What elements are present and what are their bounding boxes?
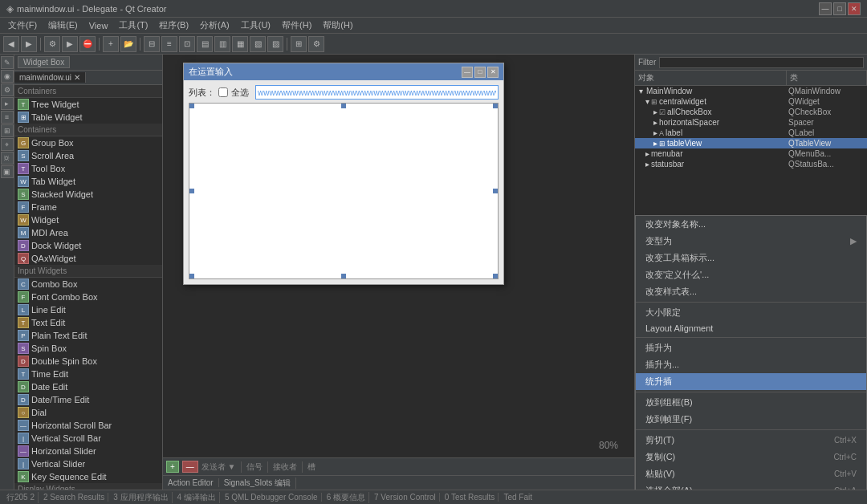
widget-v-slider[interactable]: | Vertical Slider [14, 457, 162, 470]
widget-v-scroll[interactable]: | Vertical Scroll Bar [14, 432, 162, 445]
ctx-into-groupbox[interactable]: 放到组框(B) [636, 394, 866, 411]
dialog-table[interactable] [189, 103, 499, 279]
toolbar-back[interactable]: ◀ [3, 36, 19, 52]
ctx-size-limit[interactable]: 大小限定 [636, 304, 866, 321]
tree-item-allcheckbox[interactable]: ▸ ☑ allCheckBox QCheckBox [635, 107, 867, 117]
toolbar-align-vcenter[interactable]: ▥ [214, 36, 230, 52]
tree-item-tableview[interactable]: ▸ ⊞ tableView QTableView [635, 138, 867, 148]
status-version-control[interactable]: 7 Version Control [371, 493, 440, 502]
toolbar-build[interactable]: ⚙ [44, 36, 60, 52]
widget-tool-box[interactable]: T Tool Box [14, 162, 162, 175]
widget-time-edit[interactable]: T Time Edit [14, 368, 162, 380]
side-icon-3[interactable]: ⚙ [1, 83, 14, 96]
side-icon-6[interactable]: ⊞ [1, 124, 14, 137]
resize-handle-mt[interactable] [341, 104, 346, 108]
status-search[interactable]: 2 Search Results [40, 493, 108, 502]
resize-handle-br[interactable] [493, 274, 498, 278]
menu-view[interactable]: View [84, 19, 113, 32]
dialog-minimize-btn[interactable]: — [462, 67, 473, 78]
side-icon-4[interactable]: ▸ [1, 97, 14, 110]
designer-canvas[interactable]: 在运置输入 — □ ✕ 列表： 全选 [163, 55, 634, 457]
action-editor-tab[interactable]: Action Editor [163, 478, 219, 487]
minimize-button[interactable]: — [819, 2, 832, 15]
toolbar-align-top[interactable]: ▤ [197, 36, 213, 52]
widget-key-seq[interactable]: K Key Sequence Edit [14, 470, 162, 483]
tree-item-statusbar[interactable]: ▸ statusbar QStatusBa... [635, 159, 867, 169]
side-icon-2[interactable]: ◉ [1, 70, 14, 83]
resize-handle-tr[interactable] [493, 104, 498, 108]
resize-handle-bl[interactable] [189, 274, 194, 278]
resize-handle-mb[interactable] [341, 274, 346, 278]
tree-item-hspacer[interactable]: ▸ horizontalSpacer Spacer [635, 117, 867, 128]
widget-h-scroll[interactable]: — Horizontal Scroll Bar [14, 419, 162, 432]
widget-date-edit[interactable]: D Date Edit [14, 380, 162, 393]
menu-help1[interactable]: 帮件(H) [277, 18, 316, 33]
widget-tab-widget[interactable]: W Tab Widget [14, 175, 162, 188]
close-button[interactable]: ✕ [848, 2, 861, 15]
menu-program[interactable]: 程序(B) [154, 18, 193, 33]
resize-handle-tl[interactable] [189, 104, 194, 108]
toolbar-open[interactable]: 📂 [120, 36, 136, 52]
toolbar-align5[interactable]: ▨ [267, 36, 283, 52]
side-icon-1[interactable]: ✎ [1, 56, 14, 69]
menu-tools[interactable]: 工具(T) [114, 18, 153, 33]
widget-dial[interactable]: ○ Dial [14, 406, 162, 419]
ctx-change-style[interactable]: 改变样式表... [636, 283, 866, 300]
toolbar-new[interactable]: + [103, 36, 119, 52]
widget-qaxwidget[interactable]: Q QAxWidget [14, 252, 162, 265]
ctx-into-frame[interactable]: 放到帧里(F) [636, 411, 866, 428]
toolbar-grid[interactable]: ⊞ [291, 36, 307, 52]
widget-stacked-widget[interactable]: S Stacked Widget [14, 188, 162, 201]
ctx-cut[interactable]: 剪切(T) Ctrl+X [636, 432, 866, 449]
menu-help2[interactable]: 帮助(H) [318, 18, 357, 33]
ctx-paste[interactable]: 粘贴(V) Ctrl+V [636, 465, 866, 482]
menu-file[interactable]: 文件(F) [3, 18, 42, 33]
widget-frame[interactable]: F Frame [14, 201, 162, 213]
widget-h-slider[interactable]: — Horizontal Slider [14, 445, 162, 457]
toolbar-align-left[interactable]: ⊟ [144, 36, 160, 52]
toolbar-forward[interactable]: ▶ [21, 36, 37, 52]
ctx-change-toolbox[interactable]: 改变工具箱标示... [636, 250, 866, 266]
all-checkbox[interactable] [218, 87, 228, 97]
side-icon-7[interactable]: ⌖ [1, 138, 14, 151]
ctx-select-all[interactable]: 选择全部(A) Ctrl+A [636, 482, 866, 490]
widget-combo-box[interactable]: C Combo Box [14, 278, 162, 291]
tree-item-menubar[interactable]: ▸ menubar QMenuBa... [635, 148, 867, 159]
remove-connection-btn[interactable]: — [182, 461, 198, 473]
widget-widget[interactable]: W Widget [14, 213, 162, 226]
ctx-promote[interactable]: 插升为 [636, 339, 866, 356]
add-connection-btn[interactable]: + [166, 461, 179, 473]
widget-text-edit[interactable]: T Text Edit [14, 316, 162, 329]
resize-handle-ml[interactable] [189, 189, 194, 193]
ctx-change-type[interactable]: 变型为 ▶ [636, 233, 866, 250]
widget-box-tab[interactable]: Widget Box [18, 56, 70, 68]
ctx-copy[interactable]: 复制(C) Ctrl+C [636, 449, 866, 465]
ctx-change-name[interactable]: 改变对象名称... [636, 216, 866, 233]
status-summary[interactable]: 6 概要信息 [324, 492, 369, 503]
widget-mdi-area[interactable]: M MDI Area [14, 226, 162, 239]
ctx-change-def[interactable]: 改变'定义什么'... [636, 266, 866, 283]
toolbar-align4[interactable]: ▧ [250, 36, 266, 52]
status-test-results[interactable]: 0 Test Results [442, 493, 499, 502]
status-compile[interactable]: 4 编译输出 [174, 492, 220, 503]
tree-item-centralwidget[interactable]: ▾ ⊞ centralwidget QWidget [635, 96, 867, 107]
side-icon-9[interactable]: ▣ [1, 165, 14, 178]
toolbar-run[interactable]: ▶ [62, 36, 78, 52]
toolbar-align-right[interactable]: ⊡ [179, 36, 195, 52]
widget-group-box[interactable]: G Group Box [14, 136, 162, 149]
dialog-input-field[interactable] [255, 85, 499, 100]
widget-font-combo-box[interactable]: F Font Combo Box [14, 291, 162, 303]
widget-datetime-edit[interactable]: D Date/Time Edit [14, 393, 162, 406]
maximize-button[interactable]: □ [833, 2, 846, 15]
ctx-promote-to[interactable]: 插升为... [636, 356, 866, 373]
ctx-layout-align[interactable]: Layout Alignment [636, 321, 866, 335]
menu-analyze[interactable]: 分析(A) [195, 18, 234, 33]
widget-dock-widget[interactable]: D Dock Widget [14, 239, 162, 252]
toolbar-settings[interactable]: ⚙ [308, 36, 324, 52]
widget-spin-box[interactable]: S Spin Box [14, 342, 162, 355]
widget-line-edit[interactable]: L Line Edit [14, 303, 162, 316]
signals-slots-tab[interactable]: Signals_Slots 编辑 [219, 478, 296, 489]
tree-item-label[interactable]: ▸ A label QLabel [635, 128, 867, 138]
dialog-close-btn[interactable]: ✕ [487, 67, 499, 78]
side-icon-8[interactable]: ⛭ [1, 152, 14, 165]
